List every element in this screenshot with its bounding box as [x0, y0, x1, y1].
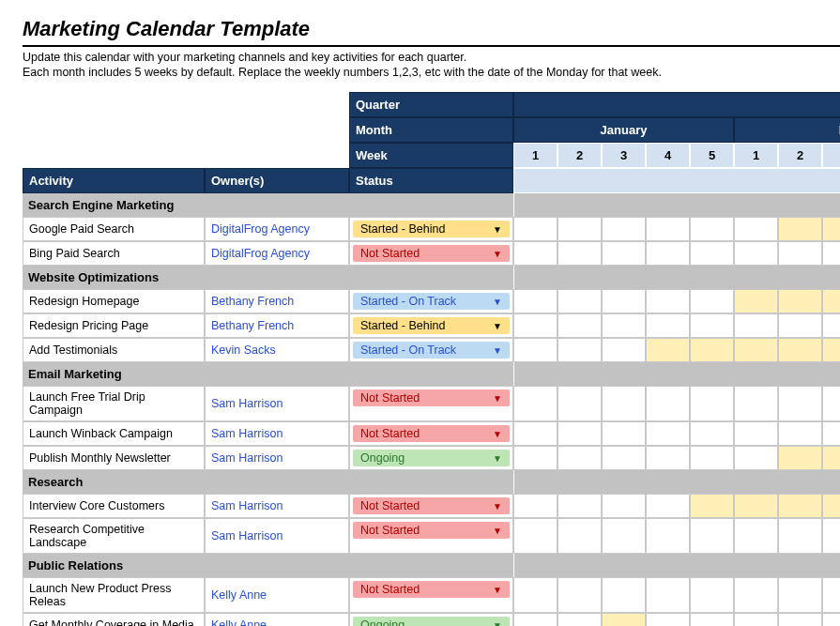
page-title: Marketing Calendar Template: [23, 17, 840, 41]
status-select[interactable]: Not Started▼: [349, 577, 513, 613]
owner-cell[interactable]: Kelly Anne: [205, 577, 349, 613]
status-label: Not Started: [360, 391, 420, 405]
section-research: Research: [23, 470, 840, 494]
activity-cell[interactable]: Interview Core Customers: [23, 494, 205, 518]
activity-cell[interactable]: Launch New Product Press Releas: [23, 577, 205, 613]
owner-cell[interactable]: Sam Harrison: [205, 446, 349, 470]
status-select[interactable]: Started - Behind▼: [349, 217, 513, 241]
table-row: Launch Free Trial Drip Campaign Sam Harr…: [23, 386, 840, 421]
table-row: Bing Paid Search DigitalFrog Agency Not …: [23, 241, 840, 266]
week-jan-4: 4: [646, 143, 690, 168]
table-row: Redesign Pricing Page Bethany French Sta…: [23, 313, 840, 338]
section-email: Email Marketing: [23, 362, 840, 386]
activity-cell[interactable]: Add Testimonials: [23, 338, 205, 362]
owner-cell[interactable]: DigitalFrog Agency: [205, 241, 349, 266]
col-status: Status: [349, 168, 513, 193]
status-select[interactable]: Started - Behind▼: [349, 313, 513, 338]
subtitle-line-2: Each month includes 5 weeks by default. …: [23, 66, 840, 79]
status-label: Not Started: [360, 583, 420, 596]
table-row: Launch New Product Press Releas Kelly An…: [23, 577, 840, 613]
owner-cell[interactable]: Kelly Anne: [205, 613, 349, 626]
owner-cell[interactable]: Bethany French: [205, 313, 349, 338]
chevron-down-icon: ▼: [493, 501, 502, 511]
status-select[interactable]: Not Started▼: [349, 421, 513, 446]
section-sem: Search Engine Marketing: [23, 193, 840, 217]
chevron-down-icon: ▼: [493, 585, 502, 595]
activity-cell[interactable]: Launch Free Trial Drip Campaign: [23, 386, 205, 421]
owner-cell[interactable]: Sam Harrison: [205, 421, 349, 446]
status-label: Started - On Track: [360, 295, 456, 308]
chevron-down-icon: ▼: [493, 297, 502, 307]
status-select[interactable]: Started - On Track▼: [349, 338, 513, 362]
activity-cell[interactable]: Bing Paid Search: [23, 241, 205, 266]
calendar-grid: Quarter Q Month January Febr Week 1 2 3 …: [23, 92, 840, 626]
status-label: Not Started: [360, 247, 420, 260]
status-select[interactable]: Not Started▼: [349, 241, 513, 266]
chevron-down-icon: ▼: [493, 393, 502, 404]
status-label: Started - On Track: [360, 344, 456, 357]
col-owner: Owner(s): [205, 168, 349, 193]
owner-cell[interactable]: Kevin Sacks: [205, 338, 349, 362]
activity-cell[interactable]: Google Paid Search: [23, 217, 205, 241]
week-jan-2: 2: [557, 143, 602, 168]
status-label: Ongoing: [360, 618, 405, 626]
status-select[interactable]: Not Started▼: [349, 494, 513, 518]
table-row: Interview Core Customers Sam Harrison No…: [23, 494, 840, 518]
activity-cell[interactable]: Redesign Pricing Page: [23, 313, 205, 338]
activity-cell[interactable]: Publish Monthly Newsletter: [23, 446, 205, 470]
week-jan-1: 1: [513, 143, 557, 168]
status-select[interactable]: Started - On Track▼: [349, 289, 513, 313]
activity-cell[interactable]: Redesign Homepage: [23, 289, 205, 313]
section-pr-label: Public Relations: [23, 554, 513, 577]
chevron-down-icon: ▼: [493, 429, 502, 439]
owner-cell[interactable]: Sam Harrison: [205, 386, 349, 421]
activity-cell[interactable]: Launch Winback Campaign: [23, 421, 205, 446]
table-row: Google Paid Search DigitalFrog Agency St…: [23, 217, 840, 241]
subtitle-line-1: Update this calendar with your marketing…: [23, 51, 840, 64]
week-feb-1: 1: [734, 143, 778, 168]
chevron-down-icon: ▼: [493, 453, 502, 464]
section-web: Website Optimizations: [23, 266, 840, 289]
table-row: Publish Monthly Newsletter Sam Harrison …: [23, 446, 840, 470]
section-sem-label: Search Engine Marketing: [23, 193, 513, 217]
owner-cell[interactable]: DigitalFrog Agency: [205, 217, 349, 241]
week-jan-5: 5: [690, 143, 734, 168]
chevron-down-icon: ▼: [493, 321, 502, 331]
col-activity: Activity: [23, 168, 205, 193]
status-select[interactable]: Ongoing▼: [349, 613, 513, 626]
table-row: Launch Winback Campaign Sam Harrison Not…: [23, 421, 840, 446]
owner-cell[interactable]: Sam Harrison: [205, 494, 349, 518]
month-january: January: [513, 117, 734, 143]
status-label: Not Started: [360, 524, 420, 537]
status-select[interactable]: Not Started▼: [349, 518, 513, 554]
month-february: Febr: [734, 117, 840, 143]
table-row: Get Monthly Coverage in Media Kelly Anne…: [23, 613, 840, 626]
section-email-label: Email Marketing: [23, 362, 513, 386]
chevron-down-icon: ▼: [493, 620, 502, 627]
week-feb-3: 3: [822, 143, 840, 168]
owner-cell[interactable]: Bethany French: [205, 289, 349, 313]
week-feb-2: 2: [778, 143, 822, 168]
week-jan-3: 3: [602, 143, 646, 168]
chevron-down-icon: ▼: [493, 526, 502, 536]
status-select[interactable]: Not Started▼: [349, 386, 513, 421]
status-label: Not Started: [360, 427, 420, 440]
week-label: Week: [349, 143, 513, 168]
quarter-value: Q: [513, 92, 840, 117]
quarter-label: Quarter: [349, 92, 513, 117]
activity-cell[interactable]: Research Competitive Landscape: [23, 518, 205, 554]
chevron-down-icon: ▼: [493, 224, 502, 235]
status-select[interactable]: Ongoing▼: [349, 446, 513, 470]
status-label: Ongoing: [360, 451, 405, 465]
table-row: Research Competitive Landscape Sam Harri…: [23, 518, 840, 554]
owner-cell[interactable]: Sam Harrison: [205, 518, 349, 554]
table-row: Redesign Homepage Bethany French Started…: [23, 289, 840, 313]
chevron-down-icon: ▼: [493, 249, 502, 259]
activity-cell[interactable]: Get Monthly Coverage in Media: [23, 613, 205, 626]
status-label: Started - Behind: [360, 222, 445, 236]
chevron-down-icon: ▼: [493, 345, 502, 356]
table-row: Add Testimonials Kevin Sacks Started - O…: [23, 338, 840, 362]
section-research-label: Research: [23, 470, 513, 494]
section-pr: Public Relations: [23, 554, 840, 577]
status-label: Not Started: [360, 499, 420, 512]
